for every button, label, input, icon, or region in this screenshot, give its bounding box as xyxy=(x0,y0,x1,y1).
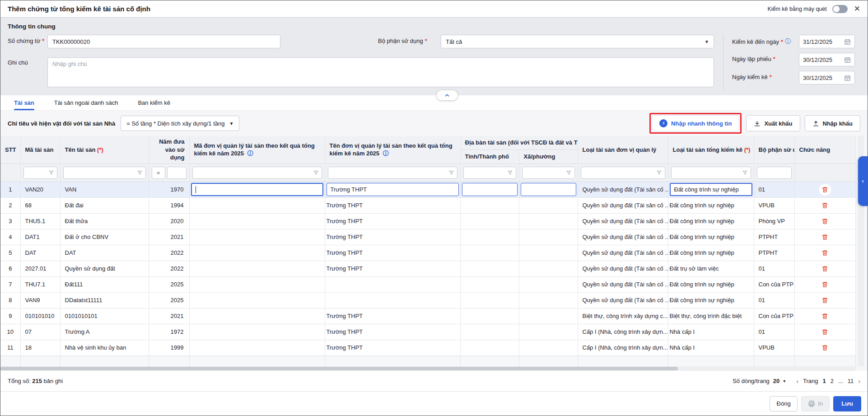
col-header-stt[interactable]: STT xyxy=(0,136,20,164)
delete-row-button[interactable] xyxy=(819,247,831,259)
filter-loai-tong-kiem-ke[interactable] xyxy=(668,164,754,182)
quick-input-button[interactable]: ⚡ Nhập nhanh thông tin xyxy=(652,115,739,131)
col-header-ten-don-vi[interactable]: Tên đơn vị quản lý tài sản theo kết quả … xyxy=(325,136,460,164)
delete-row-button[interactable] xyxy=(819,279,831,290)
cell-year[interactable]: 2022 xyxy=(149,245,189,261)
cell-type-inventory[interactable]: Nhà cấp I xyxy=(668,324,754,340)
cell-province[interactable] xyxy=(460,213,519,229)
cell-name[interactable]: Đất ở cho CBNV xyxy=(60,229,149,245)
department-select[interactable]: Tất cả ▼ xyxy=(441,35,714,48)
scrollbar-thumb[interactable] xyxy=(0,367,678,370)
cell-province[interactable] xyxy=(460,276,519,292)
cell-type-inventory[interactable]: Đất công trình sự nghiệp xyxy=(668,229,754,245)
inventory-date-input[interactable]: 30/12/2025 xyxy=(799,71,855,84)
cell-department[interactable]: Con của PTP xyxy=(754,276,794,292)
cell-type-unit[interactable]: Cấp I (Nhà, công trình xây dựn... xyxy=(578,324,668,340)
cell-year[interactable]: 1994 xyxy=(149,197,189,213)
delete-row-button[interactable] xyxy=(819,294,831,306)
cell-ward[interactable] xyxy=(519,261,578,276)
filter-icon[interactable] xyxy=(448,170,454,176)
cell-type-unit[interactable]: Cấp I (Nhà, công trình xây dựn... xyxy=(578,340,668,355)
cell-code[interactable]: DAT1 xyxy=(20,229,60,245)
delete-row-button[interactable] xyxy=(819,215,831,227)
col-header-loai-tai-san-tong-kiem-ke[interactable]: Loại tài sản tổng kiểm kê (*) xyxy=(668,136,754,164)
cell-department[interactable]: 01 xyxy=(754,182,794,197)
cell-ward[interactable] xyxy=(519,245,578,261)
cell-name[interactable]: DDatatst11111 xyxy=(60,292,149,308)
cell-input[interactable]: Trường THPT xyxy=(327,183,459,196)
cell-province[interactable] xyxy=(460,245,519,261)
collapse-section-button[interactable] xyxy=(437,90,457,100)
delete-row-button[interactable] xyxy=(819,184,831,196)
info-icon[interactable]: ⓘ xyxy=(785,37,791,46)
cell-ward[interactable] xyxy=(519,292,578,308)
filter-icon[interactable] xyxy=(566,170,572,176)
cell-type-inventory[interactable]: Đất công trình sự nghiệp xyxy=(668,213,754,229)
cell-input[interactable] xyxy=(521,183,576,196)
close-icon[interactable]: ✕ xyxy=(853,5,861,13)
filter-icon[interactable] xyxy=(742,170,748,176)
cell-department[interactable]: Con của PTP xyxy=(754,308,794,324)
cell-code[interactable]: THU7.1 xyxy=(20,276,60,292)
cell-unit-name[interactable] xyxy=(325,292,460,308)
cell-unit-code[interactable] xyxy=(189,276,325,292)
horizontal-scrollbar[interactable] xyxy=(0,366,855,371)
cell-type-inventory[interactable]: Đất trụ sở làm việc xyxy=(668,261,754,276)
cell-code[interactable]: DAT xyxy=(20,245,60,261)
filter-tinh[interactable] xyxy=(460,164,519,182)
cell-year[interactable]: 2025 xyxy=(149,276,189,292)
cell-type-inventory[interactable]: Nhà cấp I xyxy=(668,340,754,355)
cell-code[interactable]: 2027.01 xyxy=(20,261,60,276)
info-icon[interactable]: ⓘ xyxy=(247,150,253,157)
cell-year[interactable]: 1972 xyxy=(149,324,189,340)
delete-row-button[interactable] xyxy=(819,310,831,322)
cell-type-unit[interactable]: Quyền sử dụng đất (Tài sản cố ... xyxy=(578,229,668,245)
cell-province[interactable] xyxy=(460,182,519,197)
filter-icon[interactable] xyxy=(656,170,662,176)
cell-unit-code[interactable] xyxy=(189,197,325,213)
cell-code[interactable]: 68 xyxy=(20,197,60,213)
col-header-ma-don-vi[interactable]: Mã đơn vị quản lý tài sản theo kết quả t… xyxy=(189,136,325,164)
cell-type-inventory[interactable]: Đất công trình sự nghiệp xyxy=(668,276,754,292)
cell-code[interactable]: VAN9 xyxy=(20,292,60,308)
filter-loai-don-vi[interactable] xyxy=(578,164,668,182)
cell-year[interactable]: 2025 xyxy=(149,292,189,308)
delete-row-button[interactable] xyxy=(819,263,831,275)
cell-ward[interactable] xyxy=(519,324,578,340)
filter-bo-phan[interactable] xyxy=(754,164,794,182)
col-header-nam-dua-vao-su-dung[interactable]: Năm đưa vào sử dụng xyxy=(149,136,189,164)
cell-name[interactable]: Đất thửa xyxy=(60,213,149,229)
filter-icon[interactable] xyxy=(48,170,54,176)
cell-ward[interactable] xyxy=(519,213,578,229)
cell-unit-name[interactable]: Trường THPT xyxy=(325,229,460,245)
cell-type-inventory[interactable]: Đất công trình sự nghiệp xyxy=(668,182,754,197)
cell-name[interactable]: Quyền sử dụng đất xyxy=(60,261,149,276)
cell-unit-name[interactable]: Trường THPT xyxy=(325,245,460,261)
col-header-ten-tai-san[interactable]: Tên tài sản (*) xyxy=(60,136,149,164)
cell-type-unit[interactable]: Quyền sử dụng đất (Tài sản cố ... xyxy=(578,182,668,197)
cell-type-unit[interactable]: Quyền sử dụng đất (Tài sản cố ... xyxy=(578,292,668,308)
cell-input[interactable]: Đất công trình sự nghiệp xyxy=(670,183,752,196)
cell-unit-code[interactable] xyxy=(189,229,325,245)
cell-ward[interactable] xyxy=(519,229,578,245)
page-11[interactable]: 11 xyxy=(848,378,854,384)
page-2[interactable]: 2 xyxy=(831,378,834,384)
cell-department[interactable]: PTPHT xyxy=(754,229,794,245)
filter-icon[interactable] xyxy=(507,170,513,176)
cell-name[interactable]: 0101010101 xyxy=(60,308,149,324)
document-no-input[interactable] xyxy=(47,35,280,48)
cell-province[interactable] xyxy=(460,340,519,355)
cell-year[interactable]: 1970 xyxy=(149,182,189,197)
filter-ma-don-vi[interactable] xyxy=(189,164,325,182)
col-header-loai-tai-san-don-vi[interactable]: Loại tài sản đơn vị quản lý xyxy=(578,136,668,164)
cell-department[interactable]: Phòng VP xyxy=(754,213,794,229)
col-header-tinh-thanh-pho[interactable]: Tỉnh/Thành phố xyxy=(460,150,519,164)
cell-name[interactable]: DAT xyxy=(60,245,149,261)
cell-type-unit[interactable]: Quyền sử dụng đất (Tài sản cố ... xyxy=(578,276,668,292)
cell-ward[interactable] xyxy=(519,276,578,292)
cell-unit-code[interactable] xyxy=(189,340,325,355)
filter-ma-tai-san[interactable] xyxy=(20,164,60,182)
cell-year[interactable]: 2021 xyxy=(149,308,189,324)
cell-unit-code[interactable] xyxy=(189,292,325,308)
cell-province[interactable] xyxy=(460,324,519,340)
